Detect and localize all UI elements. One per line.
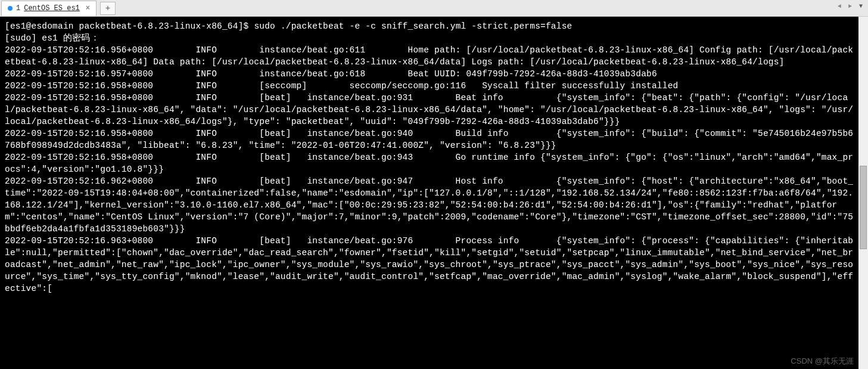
log-line: 2022-09-15T20:52:16.958+0800 INFO [beat]… — [5, 129, 853, 150]
log-line: 2022-09-15T20:52:16.963+0800 INFO [beat]… — [5, 236, 853, 293]
log-line: 2022-09-15T20:52:16.958+0800 INFO [secco… — [5, 81, 678, 91]
plus-icon: + — [105, 4, 110, 13]
log-line: 2022-09-15T20:52:16.958+0800 INFO [beat]… — [5, 153, 853, 174]
nav-right-icon[interactable]: ► — [845, 1, 855, 11]
sudo-password-line: [sudo] es1 的密码： — [5, 33, 99, 43]
log-line: 2022-09-15T20:52:16.957+0800 INFO instan… — [5, 69, 657, 79]
tabbar-right-controls: ◄ ► ▼ — [835, 1, 866, 11]
prompt: [es1@esdomain packetbeat-6.8.23-linux-x8… — [5, 21, 254, 31]
tab-index: 1 — [16, 4, 20, 13]
log-line: 2022-09-15T20:52:16.956+0800 INFO instan… — [5, 45, 853, 67]
nav-left-icon[interactable]: ◄ — [835, 1, 844, 11]
menu-down-icon[interactable]: ▼ — [856, 1, 866, 11]
tab-session-1[interactable]: 1 CentOS_ES_es1 × — [1, 1, 97, 16]
close-icon[interactable]: × — [86, 4, 90, 13]
scrollbar-thumb[interactable] — [860, 166, 867, 249]
log-line: 2022-09-15T20:52:16.962+0800 INFO [beat]… — [5, 176, 853, 234]
command: sudo ./packetbeat -e -c sniff_search.yml… — [254, 21, 572, 31]
app-window: 1 CentOS_ES_es1 × + ◄ ► ▼ [es1@esdomain … — [0, 0, 868, 369]
new-tab-button[interactable]: + — [100, 2, 116, 15]
terminal-container: [es1@esdomain packetbeat-6.8.23-linux-x8… — [0, 17, 868, 369]
log-line: 2022-09-15T20:52:16.958+0800 INFO [beat]… — [5, 93, 853, 126]
tab-bar: 1 CentOS_ES_es1 × + ◄ ► ▼ — [0, 0, 868, 17]
vertical-scrollbar[interactable] — [858, 17, 868, 369]
status-dot-icon — [8, 6, 13, 11]
tab-title: CentOS_ES_es1 — [24, 4, 80, 13]
terminal-output[interactable]: [es1@esdomain packetbeat-6.8.23-linux-x8… — [0, 17, 858, 369]
